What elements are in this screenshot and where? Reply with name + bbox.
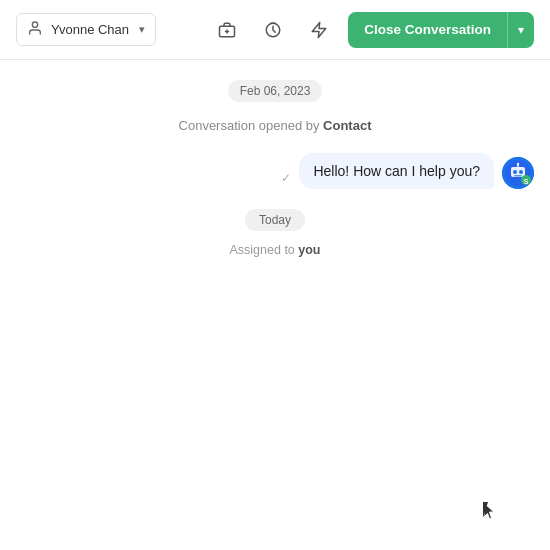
system-message-prefix: Conversation opened by — [179, 118, 324, 133]
suitcase-icon — [218, 21, 236, 39]
svg-point-11 — [519, 170, 523, 174]
svg-point-0 — [32, 22, 37, 27]
assignee-selector[interactable]: Yvonne Chan ▾ — [16, 13, 156, 46]
svg-rect-12 — [514, 175, 522, 177]
assigned-you: you — [298, 243, 320, 257]
assignee-name: Yvonne Chan — [51, 22, 131, 37]
svg-marker-6 — [312, 22, 326, 37]
chat-area: Feb 06, 2023 Conversation opened by Cont… — [0, 60, 550, 550]
bolt-icon — [310, 21, 328, 39]
close-conversation-dropdown-button[interactable]: ▾ — [507, 12, 534, 48]
message-row: ✓ Hello! How can I help you? S — [0, 153, 550, 189]
bot-avatar-svg: S — [502, 157, 534, 189]
system-message: Conversation opened by Contact — [179, 118, 372, 133]
chevron-down-icon: ▾ — [139, 23, 145, 36]
svg-point-10 — [513, 170, 517, 174]
suitcase-button[interactable] — [210, 13, 244, 47]
clock-icon — [264, 21, 282, 39]
assigned-prefix: Assigned to — [229, 243, 298, 257]
dropdown-arrow-icon: ▾ — [518, 23, 524, 37]
clock-button[interactable] — [256, 13, 290, 47]
svg-point-14 — [517, 163, 519, 165]
close-conversation-button[interactable]: Close Conversation — [348, 12, 507, 48]
bolt-button[interactable] — [302, 13, 336, 47]
header: Yvonne Chan ▾ Close Con — [0, 0, 550, 60]
assigned-message: Assigned to you — [229, 243, 320, 257]
checkmark-icon: ✓ — [281, 171, 291, 185]
today-badge: Today — [245, 209, 305, 231]
date-badge: Feb 06, 2023 — [228, 80, 323, 102]
header-actions: Close Conversation ▾ — [210, 12, 534, 48]
contact-highlight: Contact — [323, 118, 371, 133]
bot-avatar: S — [502, 157, 534, 189]
svg-text:S: S — [524, 178, 529, 185]
user-icon — [27, 20, 43, 39]
message-bubble: Hello! How can I help you? — [299, 153, 494, 189]
close-conversation-group: Close Conversation ▾ — [348, 12, 534, 48]
